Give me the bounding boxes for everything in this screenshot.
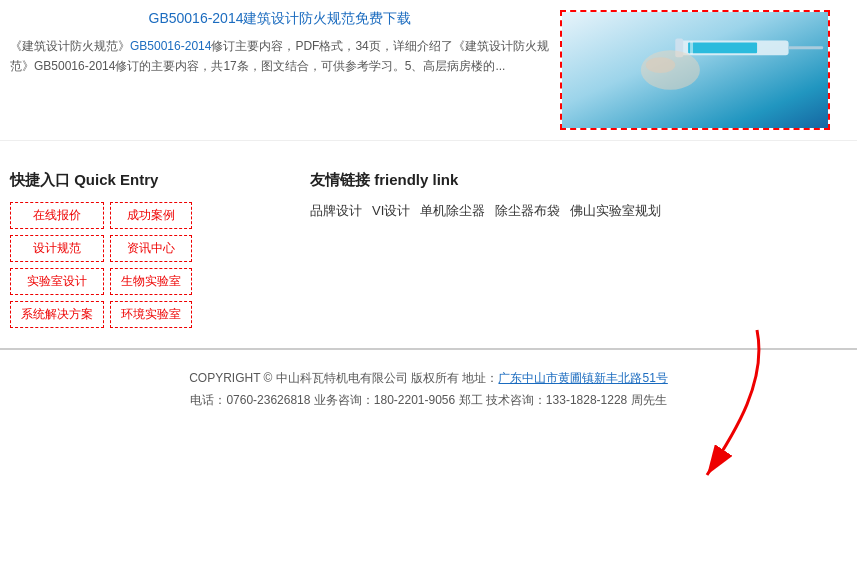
btn-design-spec[interactable]: 设计规范 [10,235,104,262]
friendly-links-list: 品牌设计 VI设计 单机除尘器 除尘器布袋 佛山实验室规划 [310,202,837,220]
middle-section: 快捷入口 Quick Entry 在线报价 成功案例 设计规范 资讯中心 实验室… [0,151,857,350]
btn-system-solution[interactable]: 系统解决方案 [10,301,104,328]
top-content-area: GB50016-2014建筑设计防火规范免费下载 《建筑设计防火规范》GB500… [0,0,857,141]
quick-entry-grid: 在线报价 成功案例 设计规范 资讯中心 实验室设计 生物实验室 系统解决方案 环… [10,202,192,328]
friendly-links-heading: 友情链接 friendly link [310,171,837,190]
article-link[interactable]: GB50016-2014 [130,39,211,53]
footer-copyright-line: COPYRIGHT © 中山科瓦特机电有限公司 版权所有 地址：广东中山市黄圃镇… [10,368,847,390]
article-text-prefix: 《建筑设计防火规范》 [10,39,130,53]
btn-lab-design[interactable]: 实验室设计 [10,268,104,295]
svg-rect-2 [789,46,823,49]
btn-online-quote[interactable]: 在线报价 [10,202,104,229]
btn-bio-lab[interactable]: 生物实验室 [110,268,192,295]
footer-phone-line: 电话：0760-23626818 业务咨询：180-2201-9056 郑工 技… [10,390,847,412]
link-brand-design[interactable]: 品牌设计 [310,202,362,220]
footer-wrapper: COPYRIGHT © 中山科瓦特机电有限公司 版权所有 地址：广东中山市黄圃镇… [0,350,857,421]
btn-news-center[interactable]: 资讯中心 [110,235,192,262]
article-title[interactable]: GB50016-2014建筑设计防火规范免费下载 [10,10,550,28]
btn-env-lab[interactable]: 环境实验室 [110,301,192,328]
quick-entry-section: 快捷入口 Quick Entry 在线报价 成功案例 设计规范 资讯中心 实验室… [10,171,290,328]
lab-image [562,12,828,128]
quick-entry-heading: 快捷入口 Quick Entry [10,171,290,190]
article-body: 《建筑设计防火规范》GB50016-2014修订主要内容，PDF格式，34页，详… [10,36,550,77]
link-dust-collector[interactable]: 单机除尘器 [420,202,485,220]
link-vi-design[interactable]: VI设计 [372,202,410,220]
svg-rect-4 [688,42,757,53]
article-section: GB50016-2014建筑设计防火规范免费下载 《建筑设计防火规范》GB500… [10,10,550,130]
lab-svg [562,12,828,128]
copyright-text: COPYRIGHT © 中山科瓦特机电有限公司 版权所有 地址： [189,371,498,385]
btn-success-cases[interactable]: 成功案例 [110,202,192,229]
link-filter-bag[interactable]: 除尘器布袋 [495,202,560,220]
friendly-links-section: 友情链接 friendly link 品牌设计 VI设计 单机除尘器 除尘器布袋… [310,171,837,328]
svg-point-6 [646,57,676,73]
lab-image-container [560,10,830,130]
link-foshan-lab[interactable]: 佛山实验室规划 [570,202,661,220]
footer: COPYRIGHT © 中山科瓦特机电有限公司 版权所有 地址：广东中山市黄圃镇… [0,350,857,421]
svg-rect-7 [690,41,693,54]
footer-address-link[interactable]: 广东中山市黄圃镇新丰北路51号 [498,371,667,385]
